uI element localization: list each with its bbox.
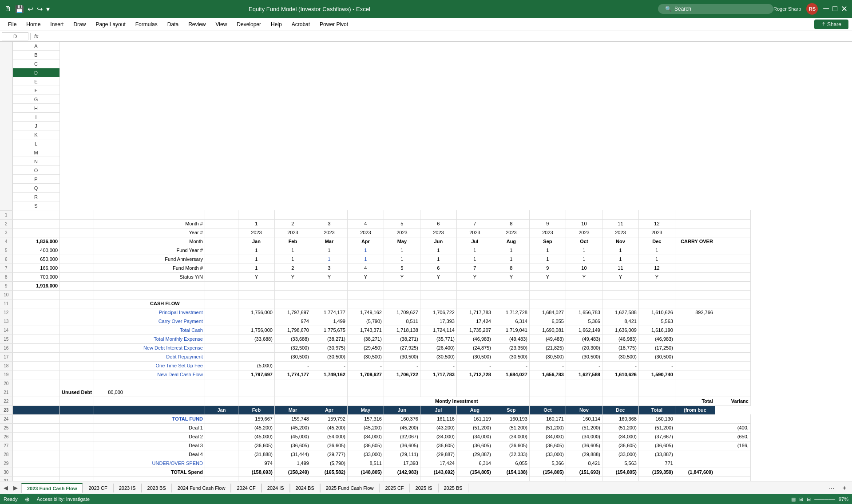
minimize-button[interactable]: ─ bbox=[823, 4, 829, 14]
view-break-icon[interactable]: ⊟ bbox=[807, 496, 811, 502]
col-header-s[interactable]: S bbox=[13, 201, 60, 210]
tab-controls: ··· ＋ bbox=[826, 483, 850, 493]
table-row: 7 166,000 Fund Month # 1 2 3 4 5 6 7 8 9… bbox=[0, 264, 750, 272]
col-header-l[interactable]: L bbox=[13, 139, 60, 148]
title-bar: 🗎 💾 ↩ ↪ ▾ Equity Fund Model (Investor Ca… bbox=[0, 0, 852, 18]
table-row: 4 1,836,000 Month Jan Feb Mar Apr May Ju… bbox=[0, 237, 750, 246]
table-row: 25 Deal 1 (45,200) (45,200) (45,200) (45… bbox=[0, 423, 750, 432]
menu-draw[interactable]: Draw bbox=[69, 20, 90, 29]
table-row: 22 Montly Investment Total Varianc bbox=[0, 397, 750, 406]
corner bbox=[0, 42, 12, 210]
col-header-h[interactable]: H bbox=[13, 104, 60, 113]
sheet-tab-2025-bs[interactable]: 2025 BS bbox=[438, 484, 468, 492]
table-row: 1 bbox=[0, 210, 750, 219]
sheet-tab-2024-is[interactable]: 2024 IS bbox=[262, 484, 290, 492]
view-layout-icon[interactable]: ⊞ bbox=[799, 496, 803, 502]
ready-status: Ready bbox=[4, 496, 18, 502]
tab-bar: ◀ ▶ 2023 Fund Cash Flow 2023 CF 2023 IS … bbox=[0, 481, 852, 494]
col-header-j[interactable]: J bbox=[13, 122, 60, 130]
menu-power-pivot[interactable]: Power Pivot bbox=[315, 20, 353, 29]
accessibility-label: Accessibility: Investigate bbox=[37, 496, 90, 502]
tab-next-button[interactable]: ▶ bbox=[12, 484, 20, 492]
tab-prev-button[interactable]: ◀ bbox=[2, 484, 10, 492]
table-row: 24 TOTAL FUND 159,667 159,748 159,792 15… bbox=[0, 414, 750, 423]
grid-container[interactable]: A B C D E F G H I J K L M N O P Q bbox=[0, 42, 852, 481]
sheet-tab-2023-fund-cash-flow[interactable]: 2023 Fund Cash Flow bbox=[21, 483, 83, 493]
fx-label: fx bbox=[32, 33, 40, 39]
sheet-tab-2025-cf[interactable]: 2025 CF bbox=[379, 484, 409, 492]
menu-formulas[interactable]: Formulas bbox=[131, 20, 162, 29]
menu-bar: File Home Insert Draw Page Layout Formul… bbox=[0, 18, 852, 31]
col-header-r[interactable]: R bbox=[13, 193, 60, 201]
menu-file[interactable]: File bbox=[4, 20, 21, 29]
sheet-tab-2025-is[interactable]: 2025 IS bbox=[410, 484, 438, 492]
col-header-f[interactable]: F bbox=[13, 86, 60, 95]
sheet-tab-2024-bs[interactable]: 2024 BS bbox=[290, 484, 320, 492]
monthly-investment-header-row: 23 Jan Feb Mar Apr May Jun Jul Aug Sep O… bbox=[0, 406, 750, 414]
sheet-tab-2023-cf[interactable]: 2023 CF bbox=[83, 484, 113, 492]
sheet-tab-2025-fund-cash-flow[interactable]: 2025 Fund Cash Flow bbox=[320, 484, 380, 492]
table-row: 12 Principal Investment 1,756,000 1,797,… bbox=[0, 308, 750, 317]
col-header-n[interactable]: N bbox=[13, 157, 60, 166]
table-row: 30 TOTAL Spend (158,693) (158,249) (165,… bbox=[0, 468, 750, 476]
tab-navigation: ◀ ▶ bbox=[2, 484, 20, 492]
table-row: 20 bbox=[0, 379, 750, 388]
table-row: 18 One Time Set Up Fee (5,000) - - - - -… bbox=[0, 361, 750, 370]
status-bar: Ready ⊕ Accessibility: Investigate ▤ ⊞ ⊟… bbox=[0, 494, 852, 504]
col-header-a[interactable]: A bbox=[13, 42, 60, 51]
table-row: 6 650,000 Fund Anniversary 1 1 1 1 1 1 1… bbox=[0, 255, 750, 264]
search-bar[interactable]: 🔍 Search bbox=[658, 4, 773, 14]
table-row: 15 Total Monthly Expense (33,688) (33,68… bbox=[0, 335, 750, 343]
file-title: Equity Fund Model (Investor Cashflows) -… bbox=[0, 6, 658, 12]
table-row: 5 400,000 Fund Year # 1 1 1 1 1 1 1 1 1 … bbox=[0, 246, 750, 255]
col-header-e[interactable]: E bbox=[13, 77, 60, 86]
col-header-m[interactable]: M bbox=[13, 148, 60, 157]
add-sheet-button[interactable]: ＋ bbox=[839, 483, 850, 493]
menu-insert[interactable]: Insert bbox=[46, 20, 68, 29]
col-header-d[interactable]: D bbox=[13, 68, 60, 77]
close-button[interactable]: ✕ bbox=[841, 4, 848, 14]
table-row: 27 Deal 3 (36,605) (36,605) (36,605) (36… bbox=[0, 441, 750, 450]
col-header-k[interactable]: K bbox=[13, 130, 60, 139]
formula-input[interactable] bbox=[42, 34, 850, 39]
col-header-row: A B C D E F G H I J K L M N O P Q bbox=[0, 42, 750, 210]
user-avatar[interactable]: RS bbox=[806, 3, 818, 15]
menu-review[interactable]: Review bbox=[184, 20, 210, 29]
maximize-button[interactable]: □ bbox=[832, 4, 837, 14]
table-row: 26 Deal 2 (45,000) (45,000) (54,000) (34… bbox=[0, 432, 750, 441]
tab-more-button[interactable]: ··· bbox=[826, 484, 837, 492]
col-header-i[interactable]: I bbox=[13, 113, 60, 122]
view-normal-icon[interactable]: ▤ bbox=[791, 496, 796, 502]
share-button[interactable]: ⇡ Share bbox=[814, 20, 848, 29]
menu-home[interactable]: Home bbox=[22, 20, 45, 29]
right-status: ▤ ⊞ ⊟ ────── 97% bbox=[791, 496, 848, 502]
col-header-b[interactable]: B bbox=[13, 51, 60, 59]
cell-reference[interactable] bbox=[2, 32, 28, 40]
menu-help[interactable]: Help bbox=[266, 20, 286, 29]
menu-view[interactable]: View bbox=[211, 20, 232, 29]
sheet-tab-2023-bs[interactable]: 2023 BS bbox=[142, 484, 172, 492]
table-row: 10 bbox=[0, 290, 750, 299]
accessibility-icon[interactable]: ⊕ bbox=[25, 496, 30, 503]
menu-developer[interactable]: Developer bbox=[232, 20, 266, 29]
col-header-g[interactable]: G bbox=[13, 95, 60, 104]
sheet-tab-2024-cf[interactable]: 2024 CF bbox=[231, 484, 261, 492]
table-row: 16 New Debt Interest Expense (32,500) (3… bbox=[0, 343, 750, 352]
main-grid: A B C D E F G H I J K L M N O P Q bbox=[0, 42, 751, 481]
sheet-tab-2024-fund-cash-flow[interactable]: 2024 Fund Cash Flow bbox=[172, 484, 231, 492]
table-row: 9 1,916,000 bbox=[0, 281, 750, 290]
zoom-slider[interactable]: ────── bbox=[814, 496, 835, 502]
table-row: 13 Carry Over Payment 974 1,499 (5,790) … bbox=[0, 317, 750, 326]
table-row: 14 Total Cash 1,756,000 1,798,670 1,775,… bbox=[0, 326, 750, 335]
col-header-p[interactable]: P bbox=[13, 175, 60, 184]
sheet-tab-2023-is[interactable]: 2023 IS bbox=[113, 484, 142, 492]
col-header-o[interactable]: O bbox=[13, 166, 60, 175]
table-row: 2 Month # 1 2 3 4 5 6 7 8 9 10 11 12 bbox=[0, 219, 750, 228]
col-header-c[interactable]: C bbox=[13, 59, 60, 68]
menu-acrobat[interactable]: Acrobat bbox=[287, 20, 314, 29]
col-header-q[interactable]: Q bbox=[13, 184, 60, 193]
menu-page-layout[interactable]: Page Layout bbox=[91, 20, 130, 29]
window-controls: ─ □ ✕ bbox=[823, 4, 848, 14]
menu-data[interactable]: Data bbox=[163, 20, 183, 29]
user-name: Roger Sharp bbox=[773, 6, 801, 12]
